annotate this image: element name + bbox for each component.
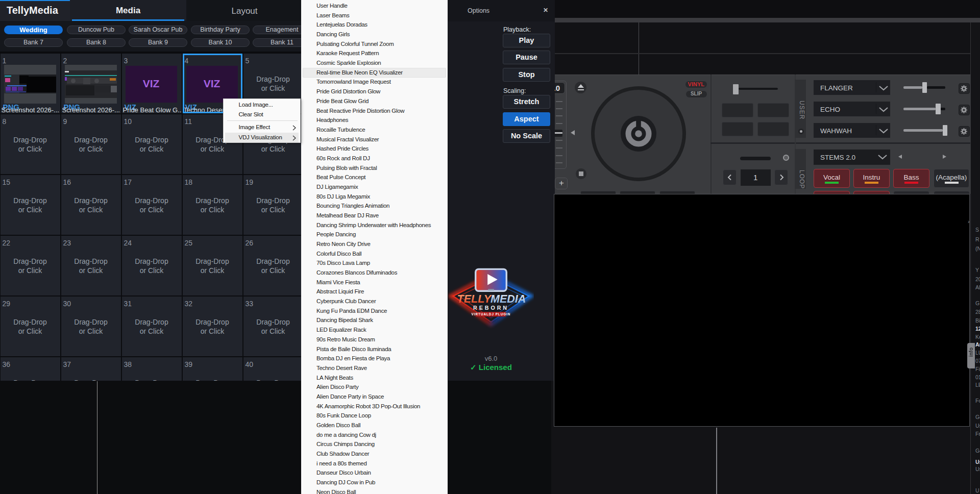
svg-text:REBORN: REBORN [473,305,509,311]
svg-text:TELLY: TELLY [457,293,492,305]
svg-text:VIRTUALDJ PLUGIN: VIRTUALDJ PLUGIN [472,312,511,316]
svg-text:MEDIA: MEDIA [491,293,526,305]
